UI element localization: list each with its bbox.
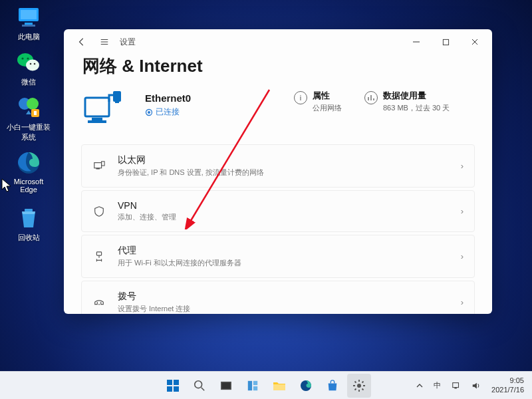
clock-time: 9:05 [491, 376, 524, 386]
svg-rect-44 [454, 387, 457, 388]
svg-rect-15 [25, 209, 33, 211]
item-sub: 设置拨号 Internet 连接 [118, 304, 449, 314]
properties-title: 属性 [313, 90, 342, 102]
svg-rect-38 [253, 380, 257, 384]
desktop-icon-wechat[interactable]: 微信 [5, 49, 52, 87]
svg-rect-40 [273, 384, 285, 390]
edge-taskbar-button[interactable] [294, 374, 318, 398]
desktop-icon-label: 微信 [5, 77, 52, 87]
data-usage-title: 数据使用量 [383, 90, 450, 102]
back-button[interactable] [70, 31, 93, 53]
item-sub: 用于 Wi-Fi 和以太网连接的代理服务器 [118, 258, 449, 268]
connection-status-row: Ethernet0 已连接 i 属性 公用网络 数据使用量 [81, 90, 475, 130]
svg-rect-16 [443, 39, 448, 45]
connection-info[interactable]: Ethernet0 已连接 [145, 90, 271, 118]
edge-icon [15, 150, 42, 176]
store-button[interactable] [321, 374, 344, 398]
svg-rect-34 [174, 386, 179, 392]
chevron-right-icon: › [461, 297, 464, 307]
connected-dot-icon [145, 108, 153, 116]
svg-rect-1 [21, 10, 37, 19]
properties-stat[interactable]: i 属性 公用网络 [294, 90, 342, 113]
widgets-button[interactable] [241, 374, 265, 398]
desktop-icon-this-pc[interactable]: 此电脑 [5, 4, 52, 42]
chevron-right-icon: › [461, 206, 464, 216]
svg-point-42 [357, 384, 361, 388]
wechat-icon [15, 49, 42, 76]
tray-chevron[interactable] [412, 380, 427, 392]
desktop-icon-recycle-bin[interactable]: 回收站 [5, 205, 52, 243]
svg-rect-3 [22, 25, 35, 27]
ethernet-status-icon [82, 90, 122, 130]
taskview-button[interactable] [214, 374, 238, 398]
titlebar: 设置 [64, 29, 492, 55]
chevron-right-icon: › [461, 161, 464, 171]
data-usage-stat[interactable]: 数据使用量 863 MB，过去 30 天 [364, 90, 450, 113]
installer-icon [15, 94, 42, 121]
svg-rect-19 [88, 120, 106, 123]
explorer-button[interactable] [267, 374, 291, 398]
dialup-icon [92, 296, 106, 309]
start-button[interactable] [161, 374, 185, 398]
window-title: 设置 [120, 37, 136, 48]
svg-rect-2 [25, 23, 33, 25]
proxy-icon [92, 250, 106, 263]
svg-rect-31 [167, 380, 172, 385]
shield-icon [92, 205, 106, 218]
recycle-bin-icon [15, 205, 42, 231]
settings-window: 设置 网络 & Internet Ethernet0 [64, 29, 492, 314]
taskbar-center [161, 374, 371, 398]
settings-taskbar-button[interactable] [347, 374, 371, 398]
maximize-button[interactable] [431, 32, 460, 52]
taskbar: 中 9:05 2021/7/16 [0, 371, 532, 399]
desktop-icon-edge[interactable]: Microsoft Edge [5, 150, 52, 194]
svg-rect-26 [102, 161, 105, 165]
desktop-icon-label: 此电脑 [5, 32, 52, 42]
clock-date: 2021/7/16 [491, 386, 524, 395]
svg-point-11 [27, 98, 39, 110]
svg-rect-21 [115, 99, 119, 103]
list-item-dialup[interactable]: 拨号 设置拨号 Internet 连接 › [81, 281, 475, 314]
item-sub: 添加、连接、管理 [118, 212, 449, 222]
data-usage-icon [364, 91, 378, 104]
ethernet-icon [92, 160, 106, 173]
svg-rect-36 [221, 382, 231, 389]
svg-rect-27 [96, 251, 101, 255]
list-item-proxy[interactable]: 代理 用于 Wi-Fi 和以太网连接的代理服务器 › [81, 235, 475, 278]
taskbar-right: 中 9:05 2021/7/16 [412, 375, 528, 396]
item-title: 以太网 [118, 154, 449, 166]
svg-rect-18 [92, 118, 102, 120]
svg-point-35 [195, 380, 202, 388]
svg-point-28 [98, 303, 100, 305]
item-title: VPN [118, 200, 449, 211]
settings-list: 以太网 身份验证, IP 和 DNS 设置, 按流量计费的网络 › VPN 添加… [81, 144, 475, 314]
connection-status: 已连接 [145, 106, 271, 118]
minimize-button[interactable] [402, 32, 431, 52]
svg-point-5 [26, 60, 39, 71]
pc-icon [15, 4, 42, 31]
info-icon: i [294, 91, 307, 104]
volume-tray-icon[interactable] [467, 378, 485, 393]
clock[interactable]: 9:05 2021/7/16 [487, 375, 528, 396]
item-sub: 身份验证, IP 和 DNS 设置, 按流量计费的网络 [118, 168, 449, 178]
svg-rect-17 [85, 98, 109, 116]
svg-rect-33 [167, 386, 172, 392]
svg-rect-43 [453, 382, 459, 387]
svg-point-9 [34, 63, 36, 65]
svg-point-7 [27, 57, 29, 59]
properties-sub: 公用网络 [313, 103, 342, 113]
list-item-ethernet[interactable]: 以太网 身份验证, IP 和 DNS 设置, 按流量计费的网络 › [81, 144, 475, 188]
desktop-icon-xiaobai[interactable]: 小白一键重装系统 [5, 94, 52, 142]
search-button[interactable] [188, 374, 211, 398]
settings-content: 网络 & Internet Ethernet0 已连接 [64, 55, 492, 314]
list-item-vpn[interactable]: VPN 添加、连接、管理 › [81, 190, 475, 232]
svg-rect-39 [253, 386, 257, 390]
item-title: 代理 [118, 245, 449, 257]
ime-indicator[interactable]: 中 [430, 378, 445, 393]
chevron-right-icon: › [461, 251, 464, 261]
desktop-icon-label: Microsoft Edge [5, 178, 52, 194]
close-button[interactable] [460, 32, 489, 52]
menu-button[interactable] [93, 31, 116, 53]
connection-name: Ethernet0 [145, 92, 271, 104]
network-tray-icon[interactable] [448, 378, 465, 393]
